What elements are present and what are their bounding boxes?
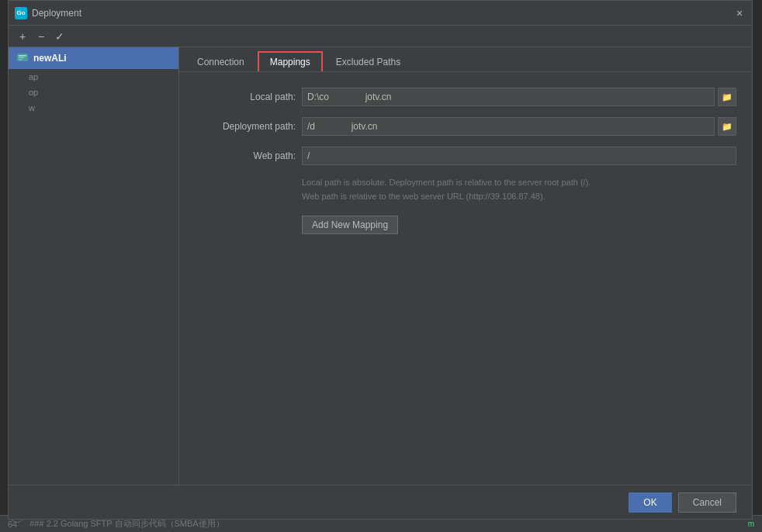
tab-mappings[interactable]: Mappings [258,51,323,71]
local-path-browse-button[interactable]: 📁 [718,88,736,106]
deployment-dialog: Go Deployment × + − ✓ newALi ap op w [8,0,753,520]
deployment-path-row: Deployment path: 📁 [195,117,736,136]
status-right-indicator: m [748,520,754,528]
mappings-form: Local path: 📁 Deployment path: 📁 [179,72,752,485]
tabs-bar: Connection Mappings Excluded Paths [179,47,752,72]
deployment-path-browse-button[interactable]: 📁 [718,117,736,136]
local-path-input-wrap: 📁 [302,88,736,106]
app-icon: Go [15,7,27,19]
server-list: newALi ap op w [9,47,179,485]
right-panel: Connection Mappings Excluded Paths Local… [179,47,752,485]
check-button[interactable]: ✓ [52,29,68,44]
server-sub-3: w [9,100,178,116]
svg-rect-2 [19,57,24,59]
server-sub-1: ap [9,69,178,85]
add-new-mapping-button[interactable]: Add New Mapping [302,216,398,234]
hint-text: Local path is absolute. Deployment path … [195,176,736,203]
web-path-row: Web path: [195,147,736,165]
dialog-toolbar: + − ✓ [9,26,752,47]
local-path-input[interactable] [302,88,715,106]
dialog-title: Deployment [32,8,729,19]
hint-line-2: Web path is relative to the web server U… [302,190,736,204]
cancel-button[interactable]: Cancel [678,492,736,513]
svg-rect-3 [19,59,23,60]
local-path-row: Local path: 📁 [195,88,736,106]
title-bar: Go Deployment × [9,1,752,26]
deployment-path-input-wrap: 📁 [302,117,736,136]
ok-button[interactable]: OK [629,492,671,513]
server-entry-newali[interactable]: newALi [9,47,178,69]
deployment-path-input[interactable] [302,117,715,136]
server-name: newALi [33,53,67,64]
server-icon [16,52,29,64]
remove-server-button[interactable]: − [33,29,49,44]
svg-rect-1 [19,55,26,57]
local-path-label: Local path: [195,92,296,102]
dialog-footer: OK Cancel [9,485,752,519]
server-sub-2: op [9,85,178,100]
folder-icon: 📁 [722,92,733,102]
add-server-button[interactable]: + [15,29,30,44]
web-path-label: Web path: [195,150,296,161]
close-button[interactable]: × [733,7,746,19]
tab-excluded-paths[interactable]: Excluded Paths [324,52,412,71]
web-path-input-wrap [302,147,736,165]
hint-line-1: Local path is absolute. Deployment path … [302,176,736,190]
web-path-input[interactable] [302,147,736,165]
deployment-path-label: Deployment path: [195,121,296,132]
status-center-text: ### 2.2 Golang SFTP 自动同步代码（SMBA使用） [29,518,223,530]
tab-connection[interactable]: Connection [185,52,256,71]
dialog-content: newALi ap op w Connection Mappings Exclu… [9,47,752,485]
folder-icon-2: 📁 [722,122,733,132]
